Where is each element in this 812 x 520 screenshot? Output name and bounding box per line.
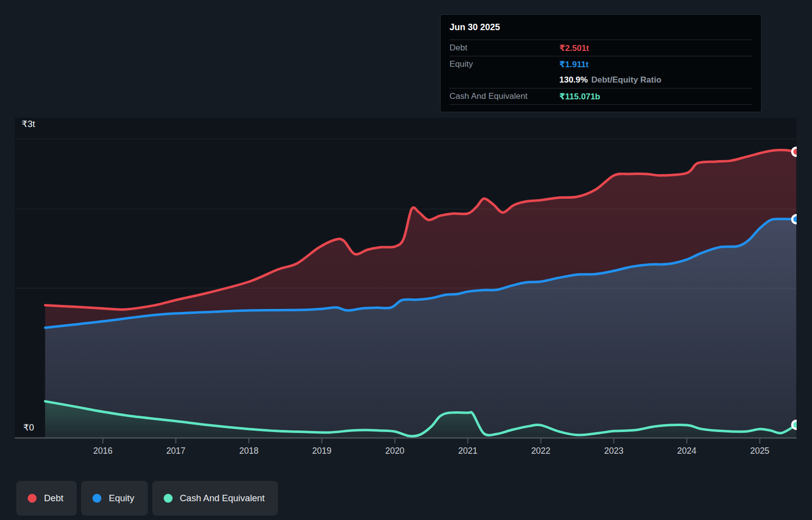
x-axis-label-2025: 2025 — [750, 446, 769, 456]
tooltip-debt-value: ₹2.501t — [559, 43, 589, 53]
tooltip-date: Jun 30 2025 — [450, 15, 752, 40]
x-axis-label-2020: 2020 — [385, 446, 405, 456]
legend-label: Equity — [109, 493, 134, 504]
legend-label: Debt — [44, 493, 63, 504]
tooltip-row-cash: Cash And Equivalent ₹115.071b — [450, 88, 752, 104]
tooltip-equity-label: Equity — [450, 59, 559, 69]
tooltip-cash-label: Cash And Equivalent — [450, 91, 559, 101]
legend-chip-cash-and-equivalent[interactable]: Cash And Equivalent — [152, 481, 278, 516]
tooltip-ratio-value: 130.9% — [559, 75, 588, 85]
x-axis-label-2019: 2019 — [312, 446, 331, 456]
chart-stage: ₹3t ₹0 201620172018201920202021202220232… — [0, 0, 812, 520]
right-margin-cover — [797, 0, 812, 520]
tooltip-row-ratio: 130.9% Debt/Equity Ratio — [450, 72, 752, 88]
x-axis-label-2022: 2022 — [531, 446, 550, 456]
tooltip: Jun 30 2025 Debt ₹2.501t Equity ₹1.911t … — [440, 14, 762, 112]
tooltip-separator — [450, 104, 752, 105]
tooltip-row-debt: Debt ₹2.501t — [450, 40, 752, 56]
legend: DebtEquityCash And Equivalent — [16, 481, 278, 516]
x-axis-label-2023: 2023 — [604, 446, 624, 456]
x-axis-label-2021: 2021 — [458, 446, 478, 456]
tooltip-equity-value: ₹1.911t — [559, 59, 588, 70]
equity-legend-dot-icon — [92, 494, 101, 503]
x-axis-label-2017: 2017 — [166, 446, 185, 456]
tooltip-ratio-suffix: Debt/Equity Ratio — [591, 75, 662, 85]
debt-legend-dot-icon — [28, 494, 37, 503]
cash-and-equivalent-legend-dot-icon — [164, 494, 173, 503]
x-axis-label-2024: 2024 — [677, 446, 696, 456]
y-axis-label-3t: ₹3t — [22, 119, 35, 130]
legend-label: Cash And Equivalent — [180, 493, 265, 504]
x-axis-label-2016: 2016 — [93, 446, 113, 456]
tooltip-cash-value: ₹115.071b — [559, 91, 600, 102]
legend-chip-equity[interactable]: Equity — [81, 481, 147, 516]
debt-equity-history-chart: { "colors": { "debt": "#e8474e", "equity… — [0, 0, 812, 520]
x-axis-label-2018: 2018 — [239, 446, 259, 456]
tooltip-row-equity: Equity ₹1.911t — [450, 56, 752, 72]
legend-chip-debt[interactable]: Debt — [16, 481, 77, 516]
tooltip-debt-label: Debt — [450, 43, 559, 53]
y-axis-label-0: ₹0 — [23, 422, 34, 433]
